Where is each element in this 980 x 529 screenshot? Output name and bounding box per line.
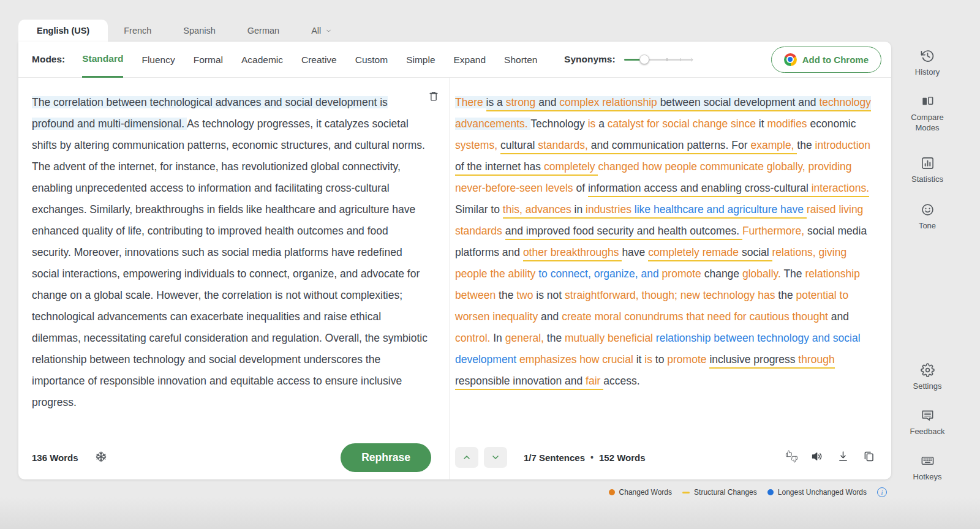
synonyms-slider-thumb[interactable] [639,54,649,64]
language-tab-spanish[interactable]: Spanish [167,20,231,42]
text-segment[interactable]: is [644,353,655,366]
text-segment[interactable]: inclusive progress [709,353,798,369]
download-button[interactable] [837,450,850,465]
text-segment[interactable]: through [798,353,834,369]
text-segment[interactable]: cultural [500,139,538,154]
language-tab-all[interactable]: All [295,20,348,42]
text-segment[interactable]: it [759,118,767,130]
text-segment[interactable]: to [655,353,667,366]
text-segment[interactable]: the [778,289,796,301]
text-segment[interactable]: create moral conundrums that need for ca… [562,310,831,323]
language-tab-english-us[interactable]: English (US) [18,20,108,42]
text-segment[interactable]: completely remade [648,246,742,261]
text-segment[interactable]: have [622,246,648,258]
text-segment[interactable]: and communication patterns. [591,139,732,154]
mode-tab-custom[interactable]: Custom [355,42,388,78]
text-segment[interactable]: a [598,118,608,130]
text-segment[interactable]: the [797,139,815,151]
text-segment[interactable]: fair [586,375,603,390]
text-segment[interactable]: and improved food security and health ou… [505,225,742,240]
sidebar-item-statistics[interactable]: Statistics [893,156,962,184]
rephrase-button[interactable]: Rephrase [341,443,431,472]
text-segment[interactable]: and [538,96,559,111]
text-segment[interactable]: the [547,332,565,344]
text-segment[interactable]: responsible innovation and [455,375,586,390]
text-segment[interactable]: like healthcare and agriculture have [635,203,807,219]
delete-text-button[interactable] [428,90,440,104]
language-tab-german[interactable]: German [232,20,295,42]
text-segment[interactable]: control. [455,332,493,344]
text-segment[interactable]: standards, [538,139,591,154]
mode-tab-formal[interactable]: Formal [194,42,223,78]
text-segment[interactable]: promote [662,268,704,280]
mode-tab-creative[interactable]: Creative [301,42,337,78]
sidebar-item-hotkeys[interactable]: Hotkeys [893,454,962,482]
text-segment[interactable]: economic [810,118,856,130]
text-segment[interactable]: completely [544,160,598,176]
text-segment[interactable]: promote [667,353,709,366]
info-icon[interactable]: i [877,487,887,497]
text-segment[interactable]: and [541,310,562,323]
text-segment[interactable]: is not [536,289,565,301]
copy-button[interactable] [862,450,875,465]
mode-tab-standard[interactable]: Standard [82,42,123,78]
text-segment[interactable]: introduction [815,139,870,151]
mode-tab-expand[interactable]: Expand [454,42,486,78]
text-segment[interactable]: For [731,139,750,154]
text-segment[interactable]: industries [586,203,635,219]
previous-sentence-button[interactable] [455,447,478,468]
sidebar-item-history[interactable]: History [893,49,962,77]
sidebar-item-feedback[interactable]: Feedback [893,408,962,437]
text-segment[interactable]: strong [506,96,539,111]
text-segment[interactable]: two [516,289,536,301]
text-segment[interactable]: this, advances [503,203,575,219]
text-segment[interactable]: interactions. [812,182,869,197]
thumbs-feedback-button[interactable] [785,450,798,465]
text-segment[interactable]: between social development and [660,96,820,111]
text-segment[interactable]: the [499,289,516,301]
read-aloud-button[interactable] [811,450,824,465]
language-tab-french[interactable]: French [108,20,167,42]
source-text-area[interactable]: The correlation between technological ad… [18,78,450,435]
text-segment[interactable]: of [576,182,587,194]
next-sentence-button[interactable] [484,447,507,468]
text-segment[interactable]: change [704,268,742,280]
synonyms-slider[interactable] [624,54,693,65]
text-segment[interactable]: modifies [767,118,810,130]
text-segment[interactable]: technology [819,96,871,111]
text-segment[interactable]: The [783,268,805,280]
text-segment[interactable]: of the internet has [455,160,544,176]
text-segment[interactable]: advancements. [455,118,530,130]
sidebar-item-tone[interactable]: Tone [893,203,962,231]
text-segment[interactable]: social [742,246,772,261]
text-segment[interactable]: systems, [455,139,500,151]
text-segment[interactable]: information access and enabling cross-cu… [588,182,812,197]
text-segment[interactable]: straightforward, though; new technology … [565,289,778,301]
text-segment[interactable]: and [831,310,849,323]
text-segment[interactable]: is [588,118,599,130]
add-to-chrome-button[interactable]: Add to Chrome [771,47,881,73]
mode-tab-shorten[interactable]: Shorten [504,42,537,78]
text-segment[interactable]: is a [486,96,506,111]
text-segment[interactable]: mutually beneficial [565,332,656,344]
text-segment[interactable]: emphasizes how crucial [519,353,636,366]
text-segment[interactable]: globally. [742,268,783,280]
text-segment[interactable]: access. [603,375,639,387]
text-segment[interactable]: other breakthroughs [523,246,622,261]
text-segment[interactable]: example, [750,139,797,154]
text-segment[interactable]: There [455,96,486,108]
text-segment[interactable]: in [575,203,586,219]
text-segment[interactable]: In [493,332,505,344]
text-segment[interactable]: complex relationship [559,96,660,111]
sidebar-item-compare-modes[interactable]: Compare Modes [893,94,962,133]
mode-tab-academic[interactable]: Academic [241,42,283,78]
freeze-words-button[interactable] [94,450,108,465]
text-segment[interactable]: Furthermore, [742,225,807,237]
text-segment[interactable]: Similar to [455,203,503,216]
text-segment[interactable]: to connect, organize, and [538,268,662,280]
text-segment[interactable]: Technology [530,118,587,130]
text-segment[interactable]: general, [505,332,547,344]
text-segment[interactable]: it [636,353,645,366]
mode-tab-fluency[interactable]: Fluency [141,42,175,78]
mode-tab-simple[interactable]: Simple [406,42,435,78]
